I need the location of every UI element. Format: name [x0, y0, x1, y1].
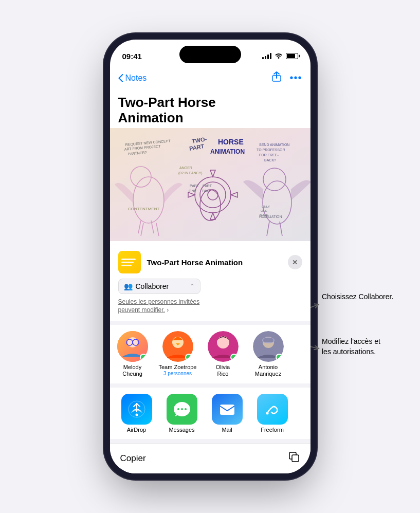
back-button[interactable]: Notes — [118, 74, 147, 83]
nav-actions: ••• — [272, 71, 302, 84]
dynamic-island — [179, 46, 241, 63]
contact-team[interactable]: Team Zoetrope 3 personnes — [155, 331, 200, 377]
svg-text:CONTENTMENT: CONTENTMENT — [128, 207, 159, 211]
messages-icon — [167, 394, 197, 425]
contact-name-olivia: OliviaRico — [216, 364, 230, 377]
note-thumbnail — [118, 251, 141, 273]
collaborer-label: Collaborer — [136, 282, 187, 290]
share-note-row: Two-Part Horse Animation ✕ — [118, 251, 302, 273]
share-icon[interactable] — [272, 71, 281, 84]
annotation-text-1: Choisissez Collaborer. — [322, 292, 393, 302]
online-indicator — [230, 354, 238, 361]
svg-text:ONE: ONE — [189, 189, 197, 193]
svg-text:PART: PART — [190, 184, 199, 188]
nav-bar: Notes ••• — [110, 67, 311, 88]
contact-name-team: Team Zoetrope — [159, 364, 197, 371]
svg-point-58 — [266, 412, 268, 415]
online-indicator — [140, 354, 147, 361]
contacts-row: MelodyCheung — [110, 331, 311, 377]
svg-text:FOR FREE-: FOR FREE- — [259, 153, 279, 157]
svg-text:(02 IN FANCY): (02 IN FANCY) — [178, 171, 203, 175]
airdrop-label: AirDrop — [127, 427, 146, 433]
contact-name-antonio: AntonioManriquez — [255, 364, 281, 377]
freeform-icon — [257, 394, 288, 425]
status-icons — [262, 52, 298, 60]
svg-rect-51 — [263, 338, 273, 342]
mail-label: Mail — [222, 427, 232, 433]
online-indicator — [185, 354, 192, 361]
sketch-area: REQUEST NEW CONCEPT ART FROM PROJECT PAR… — [110, 128, 311, 241]
online-indicator — [276, 354, 283, 361]
collaborer-dropdown[interactable]: 👥 Collaborer ⌃ — [118, 279, 200, 294]
copy-label[interactable]: Copier — [120, 453, 146, 464]
svg-text:BUCK: BUCK — [260, 213, 268, 216]
svg-point-55 — [181, 408, 183, 410]
svg-text:TWO: TWO — [202, 189, 210, 193]
contact-melody[interactable]: MelodyCheung — [110, 331, 155, 377]
app-freeform[interactable]: Freeform — [250, 394, 295, 433]
contacts-section: MelodyCheung — [110, 325, 311, 383]
app-messages[interactable]: Messages — [159, 394, 205, 433]
avatar-olivia — [208, 331, 239, 362]
chevron-down-icon: ⌃ — [190, 283, 195, 290]
contact-antonio[interactable]: AntonioManriquez — [246, 331, 291, 377]
collaborer-icon: 👥 — [124, 282, 133, 290]
svg-text:BACK?: BACK? — [264, 158, 276, 162]
airdrop-icon — [121, 394, 152, 425]
battery-icon — [286, 53, 298, 59]
avatar-team — [162, 331, 193, 362]
wifi-icon — [275, 52, 283, 60]
svg-text:ONLY: ONLY — [262, 205, 270, 208]
apps-section: AirDrop Messag — [110, 388, 311, 439]
collaborer-row: 👥 Collaborer ⌃ — [118, 279, 302, 294]
svg-text:PART: PART — [203, 184, 212, 188]
mail-icon — [212, 394, 243, 425]
svg-rect-59 — [292, 455, 299, 462]
signal-bars-icon — [262, 53, 271, 59]
avatar-antonio — [253, 331, 284, 362]
svg-text:TO PROFESSOR: TO PROFESSOR — [257, 148, 285, 152]
app-airdrop[interactable]: AirDrop — [114, 394, 159, 433]
share-sheet: Two-Part Horse Animation ✕ 👥 Collaborer … — [110, 244, 311, 473]
app-mail[interactable]: Mail — [205, 394, 250, 433]
svg-text:ONE: ONE — [261, 209, 267, 212]
contact-sub-team: 3 personnes — [163, 371, 192, 376]
more-icon[interactable]: ••• — [289, 72, 302, 84]
share-note-title: Two-Part Horse Animation — [147, 258, 282, 267]
status-time: 09:41 — [122, 52, 142, 61]
back-label: Notes — [125, 74, 147, 83]
share-header: Two-Part Horse Animation ✕ 👥 Collaborer … — [110, 244, 311, 320]
svg-point-47 — [217, 336, 229, 349]
apps-row: AirDrop Messag — [110, 394, 311, 433]
svg-point-56 — [185, 408, 187, 410]
note-title: Two-Part HorseAnimation — [110, 91, 311, 128]
contact-olivia[interactable]: OliviaRico — [200, 331, 246, 377]
bottom-bar: Copier — [110, 443, 311, 473]
freeform-label: Freeform — [261, 427, 284, 433]
permissions-text[interactable]: Seules les personnes invitéespeuvent mod… — [118, 298, 302, 314]
svg-text:ANGER: ANGER — [179, 166, 192, 170]
avatar-melody — [117, 331, 148, 362]
svg-text:SEND ANIMATION: SEND ANIMATION — [259, 143, 289, 146]
annotation-text-2: Modifiez l'accès etles autorisations. — [322, 337, 380, 357]
close-button[interactable]: ✕ — [288, 255, 302, 269]
contact-name-melody: MelodyCheung — [122, 364, 142, 377]
phone-frame: 09:41 Notes — [110, 40, 311, 473]
svg-point-54 — [177, 408, 179, 410]
svg-point-53 — [135, 414, 138, 416]
copy-icon[interactable] — [288, 451, 300, 466]
svg-text:HORSE: HORSE — [218, 138, 244, 146]
content-area: Two-Part HorseAnimation — [110, 91, 311, 473]
svg-text:ANIMATION: ANIMATION — [210, 148, 245, 155]
messages-label: Messages — [169, 427, 194, 433]
svg-rect-57 — [220, 405, 234, 415]
